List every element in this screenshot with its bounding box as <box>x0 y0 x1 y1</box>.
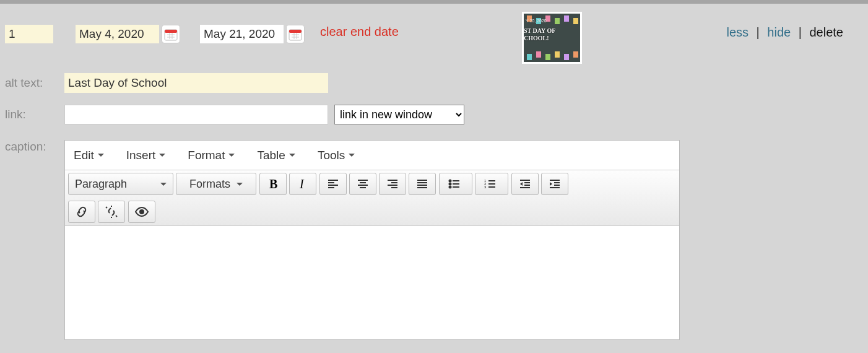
less-link[interactable]: less <box>726 25 749 39</box>
align-left-button[interactable] <box>319 173 347 195</box>
media-item-editor: { "sequence": "1", "startDate": "May 4, … <box>0 0 868 353</box>
svg-point-30 <box>449 180 451 182</box>
toolbar-group-align <box>319 173 436 195</box>
align-right-button[interactable] <box>379 173 406 195</box>
caret-down-icon <box>160 183 167 186</box>
editor-toolbar: Paragraph Formats B I 123 <box>65 170 679 226</box>
toolbar-group-preview <box>128 201 155 223</box>
end-date-block <box>200 25 305 43</box>
toolbar-group-indent <box>511 173 568 195</box>
end-date-input[interactable] <box>200 25 284 43</box>
svg-point-31 <box>449 183 451 185</box>
menu-tools[interactable]: Tools <box>312 146 360 165</box>
svg-text:B: B <box>269 178 277 190</box>
svg-marker-51 <box>550 182 552 186</box>
item-actions: less | hide | delete <box>726 25 843 40</box>
caption-label: caption: <box>5 140 64 154</box>
clear-end-date-link[interactable]: clear end date <box>320 25 399 39</box>
unlink-button[interactable] <box>98 201 125 223</box>
numbered-list-button[interactable]: 123 <box>475 173 508 195</box>
calendar-icon[interactable] <box>162 25 180 43</box>
menu-insert[interactable]: Insert <box>121 146 171 165</box>
toolbar-group-list: 123 <box>439 173 508 195</box>
thumb-text: ST DAY OFCHOOL! <box>524 27 555 42</box>
caret-down-icon <box>228 154 235 157</box>
start-date-block <box>76 25 180 43</box>
svg-line-53 <box>116 216 117 217</box>
caption-row: caption: Edit Insert Format Table Tools … <box>5 140 863 340</box>
link-label: link: <box>5 108 64 121</box>
link-button[interactable] <box>68 201 95 223</box>
alt-text-row: alt text: <box>5 73 863 93</box>
caret-down-icon <box>98 154 104 157</box>
alt-text-label: alt text: <box>5 76 64 90</box>
svg-marker-46 <box>520 182 523 186</box>
delete-link[interactable]: delete <box>810 25 844 39</box>
media-thumbnail[interactable]: Y 20, 2020 ST DAY OFCHOOL! <box>522 12 582 64</box>
calendar-icon[interactable] <box>286 25 305 43</box>
caret-down-icon <box>349 154 355 157</box>
toolbar-group-block: Paragraph Formats <box>68 173 256 195</box>
rich-text-editor: Edit Insert Format Table Tools Paragraph… <box>64 140 680 340</box>
alt-text-input[interactable] <box>64 73 328 93</box>
paragraph-dropdown[interactable]: Paragraph <box>68 173 173 195</box>
outdent-button[interactable] <box>511 173 539 195</box>
link-target-select[interactable]: link in new window <box>334 105 464 124</box>
svg-text:I: I <box>299 178 305 190</box>
start-date-input[interactable] <box>76 25 159 43</box>
thumb-date-text: Y 20, 2020 <box>526 19 547 23</box>
link-input[interactable] <box>64 105 328 124</box>
svg-text:3: 3 <box>484 185 487 189</box>
svg-point-56 <box>140 210 144 214</box>
svg-rect-1 <box>165 30 177 33</box>
italic-button[interactable]: I <box>289 173 316 195</box>
menu-edit[interactable]: Edit <box>68 146 110 165</box>
svg-rect-7 <box>289 30 302 33</box>
indent-button[interactable] <box>541 173 568 195</box>
toolbar-group-link <box>68 201 125 223</box>
toolbar-row-2 <box>68 201 676 223</box>
formats-dropdown[interactable]: Formats <box>176 173 256 195</box>
menu-table[interactable]: Table <box>251 146 300 165</box>
bold-button[interactable]: B <box>259 173 287 195</box>
preview-button[interactable] <box>128 201 155 223</box>
caret-down-icon <box>237 183 243 186</box>
hide-link[interactable]: hide <box>767 25 791 39</box>
top-row: clear end date <box>5 9 863 71</box>
caret-down-icon <box>289 154 295 157</box>
svg-point-32 <box>449 186 451 188</box>
menu-format[interactable]: Format <box>182 146 240 165</box>
caret-down-icon <box>159 154 165 157</box>
svg-line-52 <box>106 207 107 208</box>
toolbar-group-inline: B I <box>259 173 316 195</box>
editor-menubar: Edit Insert Format Table Tools <box>65 141 679 170</box>
align-justify-button[interactable] <box>409 173 436 195</box>
link-row: link: link in new window <box>5 105 863 124</box>
bullet-list-button[interactable] <box>439 173 472 195</box>
align-center-button[interactable] <box>349 173 376 195</box>
sequence-input[interactable] <box>5 25 53 43</box>
editor-content-area[interactable] <box>65 226 679 339</box>
